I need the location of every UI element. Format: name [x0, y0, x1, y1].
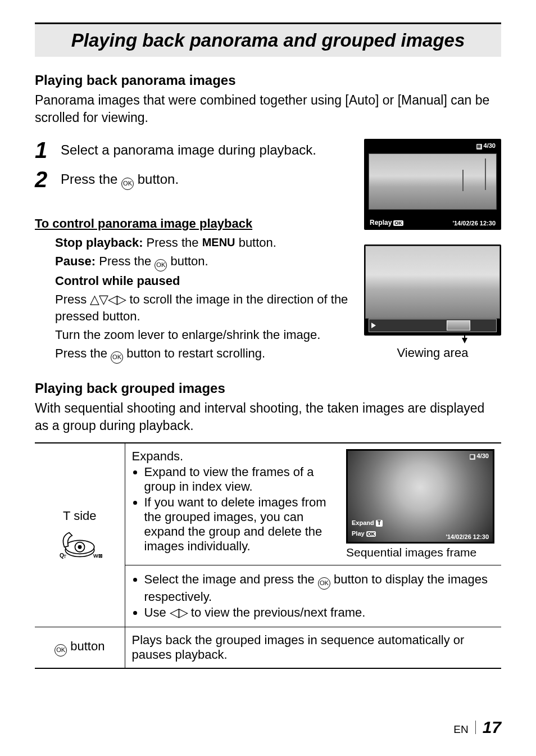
- zoom-lever-icon: Q W⊠ T: [54, 528, 105, 562]
- control-while-paused-label: Control while paused: [55, 273, 351, 290]
- step-1-text: Select a panorama image during playback.: [61, 139, 316, 159]
- panorama-thumbnail: [369, 153, 497, 210]
- seq-datetime: '14/02/26 12:30: [446, 533, 489, 540]
- left-right-arrows-icon: ◁▷: [170, 605, 188, 619]
- expand-label: Expand: [352, 519, 374, 526]
- grouped-heading: Playing back grouped images: [35, 381, 501, 396]
- group-icon: ⊞: [476, 144, 482, 150]
- viewing-area-screen: [364, 245, 501, 336]
- panorama-counter: 4/30: [484, 142, 496, 149]
- step-number-2: 2: [35, 168, 52, 191]
- footer-lang: EN: [453, 723, 468, 736]
- bullet-select-display: Select the image and press the OK button…: [144, 572, 495, 604]
- ok-button-icon: OK: [54, 644, 67, 657]
- control-arrows-line: Press △▽◁▷ to scroll the image in the di…: [55, 291, 351, 326]
- page-footer: EN 17: [453, 718, 501, 737]
- replay-label: Replay: [370, 219, 392, 227]
- panorama-full-image: [365, 246, 500, 319]
- menu-button-label: MENU: [202, 236, 235, 248]
- control-restart-line: Press the OK button to restart scrolling…: [55, 345, 351, 364]
- seq-counter: 4/30: [477, 452, 489, 459]
- control-zoom-line: Turn the zoom lever to enlarge/shrink th…: [55, 327, 351, 344]
- t-side-label: T side: [42, 509, 118, 523]
- ok-button-icon: OK: [121, 178, 134, 190]
- control-pause: Pause: Press the OK button.: [55, 253, 351, 271]
- table-row: T side Q W⊠ T: [35, 443, 501, 565]
- ok-button-icon: OK: [155, 259, 167, 271]
- ok-button-row-text: Plays back the grouped images in sequenc…: [125, 627, 501, 669]
- ok-button-row-label: button: [67, 639, 105, 653]
- svg-point-3: [78, 545, 81, 549]
- viewing-area-caption: Viewing area: [364, 346, 501, 360]
- page-title: Playing back panorama and grouped images: [43, 30, 493, 51]
- sequential-thumbnail: [348, 451, 493, 542]
- table-row: OK button Plays back the grouped images …: [35, 627, 501, 669]
- arrow-pad-icon: △▽◁▷: [90, 292, 126, 306]
- svg-text:T: T: [63, 553, 67, 559]
- step-2-text: Press the OK button.: [61, 168, 179, 190]
- play-icon: [371, 323, 376, 328]
- play-label: Play: [352, 530, 365, 537]
- bullet-expand-index: Expand to view the frames of a group in …: [144, 465, 339, 494]
- panorama-datetime: '14/02/26 12:30: [452, 220, 496, 227]
- minimap: [369, 319, 497, 332]
- t-badge-icon: T: [376, 520, 383, 527]
- bullet-delete-individually: If you want to delete images from the gr…: [144, 495, 339, 554]
- footer-page-number: 17: [483, 718, 501, 737]
- ok-badge-icon: OK: [366, 531, 376, 537]
- ok-badge-icon: OK: [393, 220, 403, 226]
- svg-text:W⊠: W⊠: [93, 553, 103, 559]
- expands-label: Expands.: [132, 449, 339, 464]
- page-title-bar: Playing back panorama and grouped images: [35, 22, 501, 57]
- ok-button-icon: OK: [111, 351, 123, 364]
- grouped-controls-table: T side Q W⊠ T: [35, 442, 501, 669]
- panorama-heading: Playing back panorama images: [35, 73, 501, 88]
- control-heading: To control panorama image playback: [35, 216, 351, 231]
- bullet-prev-next: Use ◁▷ to view the previous/next frame.: [144, 605, 495, 620]
- panorama-playback-screen: ⊞4/30 ReplayOK '14/02/26 12:30: [364, 139, 501, 230]
- sequential-frame-screen: ⊞4/30 ExpandT PlayOK '14/02/26 12:30: [346, 449, 494, 544]
- sequential-caption: Sequential images frame: [346, 546, 494, 559]
- step-number-1: 1: [35, 139, 52, 161]
- panorama-intro: Panorama images that were combined toget…: [35, 92, 501, 126]
- ok-button-icon: OK: [318, 577, 330, 590]
- pointer-down-icon: [462, 338, 467, 343]
- minimap-viewport: [447, 320, 470, 331]
- grouped-intro: With sequential shooting and interval sh…: [35, 400, 501, 434]
- group-icon: ⊞: [470, 454, 475, 460]
- control-stop: Stop playback: Press the MENU button.: [55, 234, 351, 252]
